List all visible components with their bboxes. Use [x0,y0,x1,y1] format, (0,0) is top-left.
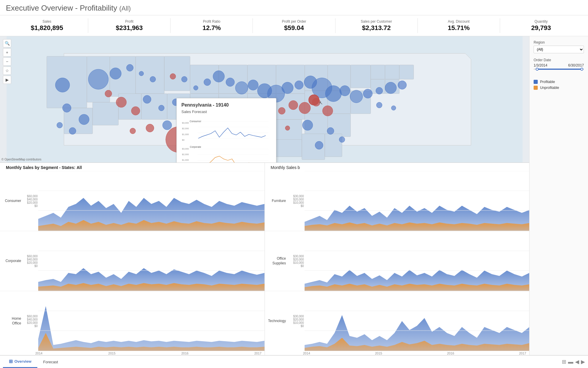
region-label: Region [534,40,584,44]
svg-rect-27 [276,120,302,142]
svg-point-42 [79,114,89,125]
svg-text:$1,000: $1,000 [182,159,189,161]
date-start: 1/3/2014 [534,63,547,67]
date-slider[interactable] [534,69,584,70]
svg-rect-34 [385,65,400,79]
svg-point-44 [110,68,121,79]
kpi-profit-per-order: Profit per Order $59.04 [253,18,335,33]
svg-text:$3,000: $3,000 [182,147,189,150]
overview-icon: ⊞ [9,359,13,364]
kpi-ad-value: 15.71% [421,24,497,32]
play-button[interactable]: ▶ [3,76,11,84]
tab-bar-actions: ⊞ ▬ ◀ ▶ [562,359,585,365]
star-button[interactable]: ☆ [3,67,11,75]
kpi-ppo-label: Profit per Order [256,19,332,24]
svg-point-46 [139,71,144,76]
home-office-chart [38,291,265,351]
consumer-chart-row: Consumer $60,000$40,000$20,000$0 [0,171,265,231]
svg-point-73 [303,120,313,130]
header: Executive Overview - Profitability (All) [0,0,588,15]
office-supplies-label: Office Supplies [268,256,288,266]
consumer-label: Consumer [3,199,24,203]
svg-point-54 [204,79,211,85]
svg-rect-21 [351,65,371,88]
main-content: 🔍 + − ☆ ▶ [0,36,588,355]
home-office-chart-row: Home Office $60,000$40,000$20,000$0 [0,291,265,351]
segment-chart-rows: Consumer $60,000$40,000$20,000$0 [0,171,265,351]
zoom-out-button[interactable]: − [3,57,11,66]
region-select[interactable]: (All) [534,46,584,53]
svg-rect-7 [93,102,118,125]
kpi-profit-ratio-value: 12.7% [173,24,250,32]
search-button[interactable]: 🔍 [3,39,11,47]
kpi-quantity: Quantity 29,793 [500,18,582,33]
kpi-qty-value: 29,793 [503,24,579,32]
svg-point-66 [340,86,350,96]
back-icon[interactable]: ◀ [575,359,579,365]
office-supplies-chart [305,231,529,291]
svg-point-43 [88,69,108,89]
svg-point-100 [146,124,154,132]
furniture-chart-row: Furniture $30,000$20,000$10,000$0 [265,171,529,231]
monthly-sales-category: Monthly Sales b Furniture $30,000$20,000… [265,163,529,355]
kpi-ppo-value: $59.04 [256,24,332,32]
tooltip-subtitle: Sales Forecast [181,110,271,114]
svg-point-68 [363,89,372,98]
tab-forecast[interactable]: Forecast [37,357,64,367]
svg-text:Corporate: Corporate [190,145,201,148]
legend-unprofitable: Unprofitable [534,86,584,90]
map-area[interactable]: 🔍 + − ☆ ▶ [0,36,529,163]
kpi-profit: Profit $231,963 [88,18,171,33]
map-controls: 🔍 + − ☆ ▶ [3,39,11,84]
forward-icon[interactable]: ▶ [581,359,585,365]
slider-right-thumb[interactable] [580,68,583,71]
segment-chart-title: Monthly Sales by Segment - States: All [0,163,265,171]
monthly-sales-segment: Monthly Sales by Segment - States: All C… [0,163,265,355]
kpi-spc-value: $2,313.72 [338,24,415,32]
overview-tab-label: Overview [14,359,31,364]
svg-text:$0: $0 [182,139,185,141]
svg-text:↖: ↖ [319,100,323,105]
svg-rect-33 [371,65,385,79]
unprofitable-icon [534,86,538,90]
left-section: 🔍 + − ☆ ▶ [0,36,529,355]
svg-marker-148 [38,306,265,351]
svg-point-71 [398,81,406,89]
furniture-label: Furniture [268,199,288,203]
svg-rect-32 [325,134,342,157]
kpi-profit-value: $231,963 [91,24,167,32]
corporate-chart-row: Corporate $60,000$40,000$20,000$0 [0,231,265,291]
tooltip-popup: Pennsylvania - 19140 Sales Forecast Cons… [176,98,276,163]
svg-text:$3,000: $3,000 [182,122,189,124]
list-icon[interactable]: ▬ [568,359,573,365]
svg-point-47 [150,77,156,82]
svg-point-41 [69,127,76,134]
corporate-chart [38,231,265,291]
svg-point-40 [57,122,63,128]
svg-point-56 [226,78,234,86]
svg-point-82 [376,102,382,108]
svg-text:$2,000: $2,000 [182,127,189,130]
page-title: Executive Overview - Profitability (All) [6,4,582,13]
kpi-sales-per-customer: Sales per Customer $2,313.72 [335,18,418,33]
svg-point-45 [126,64,133,71]
date-end: 6/30/2017 [568,63,584,67]
zoom-in-button[interactable]: + [3,48,11,57]
profitable-label: Profitable [540,80,555,84]
svg-point-98 [285,126,290,130]
grid-icon[interactable]: ⊞ [562,359,566,365]
tab-bar: ⊞ Overview Forecast ⊞ ▬ ◀ ▶ [0,355,588,368]
page: Executive Overview - Profitability (All)… [0,0,588,368]
technology-label: Technology [268,319,288,324]
kpi-ad-label: Avg. Discount [421,19,497,24]
category-chart-rows: Furniture $30,000$20,000$10,000$0 [265,171,529,351]
slider-left-thumb[interactable] [536,68,539,71]
kpi-profit-label: Profit [91,19,167,24]
kpi-sales-value: $1,820,895 [9,24,85,32]
svg-point-74 [327,127,334,134]
svg-point-86 [131,107,140,115]
technology-chart [305,291,529,351]
legend-profitable: Profitable [534,80,584,84]
svg-point-61 [282,82,293,94]
tab-overview[interactable]: ⊞ Overview [3,356,37,368]
